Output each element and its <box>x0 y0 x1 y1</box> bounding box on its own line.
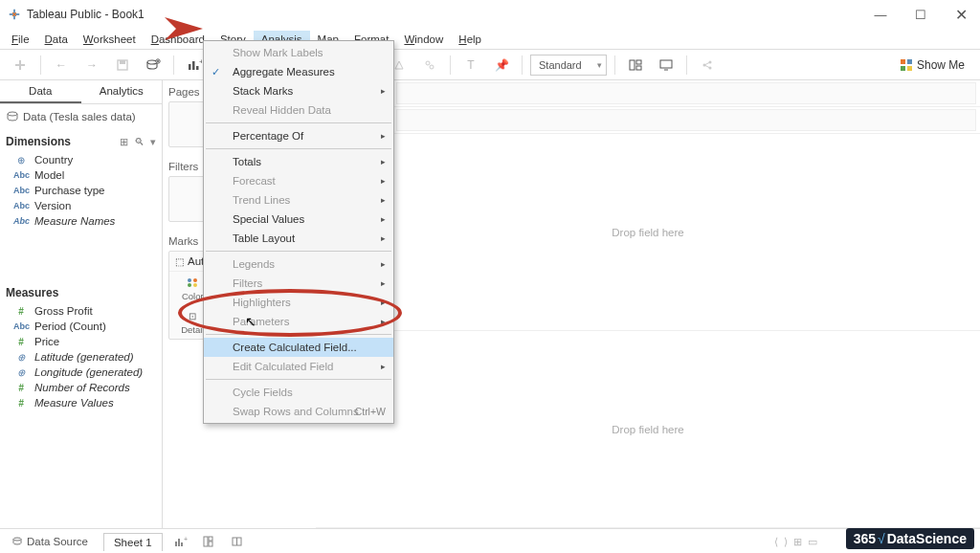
toolbar: ← → + ⇄ T 📌 Standard Show Me <box>0 50 980 80</box>
svg-marker-27 <box>395 61 403 69</box>
view-icon[interactable]: ⊞ <box>120 136 128 148</box>
svg-rect-31 <box>636 60 641 64</box>
show-me-button[interactable]: Show Me <box>892 56 972 74</box>
svg-rect-52 <box>181 542 183 546</box>
menu-item-filters: Filters <box>204 274 393 293</box>
detail-icon: ⊡ <box>185 309 200 322</box>
abc-icon: Abc <box>13 216 29 226</box>
svg-point-29 <box>430 65 434 69</box>
menu-item-table-layout[interactable]: Table Layout <box>204 229 393 248</box>
rows-shelf[interactable] <box>396 109 976 131</box>
presentation-button[interactable] <box>654 54 679 77</box>
new-dashboard-button[interactable] <box>199 533 220 550</box>
field-model[interactable]: AbcModel <box>6 167 156 183</box>
svg-point-44 <box>8 112 17 116</box>
menu-window[interactable]: Window <box>396 31 451 48</box>
tableau-icon[interactable] <box>8 54 33 77</box>
abc-icon: Abc <box>13 201 29 210</box>
menu-item-parameters: Parameters <box>204 312 393 331</box>
datasource-icon <box>6 111 19 122</box>
color-icon <box>185 276 200 289</box>
close-button[interactable]: ✕ <box>949 3 972 26</box>
field-measure-names[interactable]: AbcMeasure Names <box>6 213 156 229</box>
window-title: Tableau Public - Book1 <box>27 8 869 21</box>
new-sheet-button[interactable]: + <box>170 533 191 550</box>
labels-button[interactable]: T <box>458 54 483 77</box>
datasource-row[interactable]: Data (Tesla sales data) <box>6 108 156 125</box>
dimensions-header: Dimensions ⊞🔍︎▾ <box>6 135 156 148</box>
menu-item-percentage-of[interactable]: Percentage Of <box>204 126 393 145</box>
menu-item-swap-rows-and-columns: Swap Rows and ColumnsCtrl+W <box>204 402 393 421</box>
show-cards-button[interactable] <box>623 54 648 77</box>
new-datasource-button[interactable] <box>141 54 166 77</box>
save-button[interactable] <box>110 54 135 77</box>
datasource-tab[interactable]: Data Source <box>4 533 96 550</box>
svg-rect-42 <box>901 66 905 71</box>
hash-icon: # <box>13 306 29 317</box>
minimize-button[interactable]: — <box>869 3 892 26</box>
abc-icon: Abc <box>13 321 29 331</box>
svg-rect-13 <box>189 64 191 70</box>
menu-item-stack-marks[interactable]: Stack Marks <box>204 81 393 100</box>
svg-line-38 <box>705 62 709 64</box>
globe-icon: ⊕ <box>13 155 29 166</box>
field-price[interactable]: #Price <box>6 334 156 349</box>
forward-button[interactable]: → <box>79 54 104 77</box>
menu-item-reveal-hidden-data: Reveal Hidden Data <box>204 100 393 120</box>
back-button[interactable]: ← <box>49 54 74 77</box>
field-period-count-[interactable]: AbcPeriod (Count) <box>6 319 156 334</box>
menu-help[interactable]: Help <box>451 31 489 48</box>
tab-data[interactable]: Data <box>0 80 81 103</box>
field-version[interactable]: AbcVersion <box>6 198 156 213</box>
svg-rect-54 <box>204 537 208 546</box>
tab-analytics[interactable]: Analytics <box>81 80 163 103</box>
menu-file[interactable]: File <box>4 31 37 48</box>
field-number-of-records[interactable]: #Number of Records <box>6 380 156 395</box>
svg-rect-41 <box>907 59 912 64</box>
menu-worksheet[interactable]: Worksheet <box>76 31 144 48</box>
fit-dropdown[interactable]: Standard <box>530 55 607 76</box>
svg-rect-30 <box>630 60 635 70</box>
watermark: 365√DataScience <box>846 528 974 549</box>
share-button[interactable] <box>695 54 720 77</box>
search-icon[interactable]: 🔍︎ <box>134 136 145 148</box>
hash-icon: # <box>13 398 29 409</box>
field-latitude-generated-[interactable]: ⊕Latitude (generated) <box>6 349 156 365</box>
maximize-button[interactable]: ☐ <box>909 3 932 26</box>
field-purchase-type[interactable]: AbcPurchase type <box>6 183 156 198</box>
data-pane: Data Analytics Data (Tesla sales data) D… <box>0 80 163 528</box>
menu-item-cycle-fields: Cycle Fields <box>204 383 393 402</box>
menu-item-aggregate-measures[interactable]: ✓Aggregate Measures <box>204 62 393 81</box>
drop-zone-bottom[interactable]: Drop field here <box>316 331 980 528</box>
svg-rect-51 <box>178 539 180 546</box>
drop-zone-top[interactable]: Drop field here <box>316 134 980 331</box>
svg-rect-6 <box>15 64 25 66</box>
field-longitude-generated-[interactable]: ⊕Longitude (generated) <box>6 365 156 380</box>
svg-point-46 <box>193 278 197 282</box>
svg-rect-40 <box>901 59 905 64</box>
menu-data[interactable]: Data <box>37 31 76 48</box>
menu-item-totals[interactable]: Totals <box>204 152 393 171</box>
svg-rect-15 <box>196 66 199 70</box>
new-story-button[interactable] <box>228 533 249 550</box>
tableau-logo-icon <box>8 8 21 21</box>
sheet-tab[interactable]: Sheet 1 <box>103 533 163 551</box>
svg-point-48 <box>193 283 197 287</box>
menu-item-create-calculated-field[interactable]: Create Calculated Field... <box>204 338 393 357</box>
group-button[interactable] <box>417 54 442 77</box>
svg-rect-33 <box>660 60 672 68</box>
field-gross-profit[interactable]: #Gross Profit <box>6 303 156 319</box>
annotation-arrow-icon <box>165 17 203 40</box>
menu-item-special-values[interactable]: Special Values <box>204 210 393 229</box>
pin-button[interactable]: 📌 <box>489 54 514 77</box>
menu-item-forecast: Forecast <box>204 171 393 190</box>
svg-rect-43 <box>907 66 912 71</box>
titlebar: Tableau Public - Book1 — ☐ ✕ <box>0 0 980 29</box>
svg-rect-14 <box>192 61 195 70</box>
field-measure-values[interactable]: #Measure Values <box>6 395 156 410</box>
abc-icon: Abc <box>13 186 29 195</box>
columns-shelf[interactable] <box>396 82 976 104</box>
menu-icon[interactable]: ▾ <box>150 136 156 148</box>
menu-item-trend-lines: Trend Lines <box>204 190 393 210</box>
field-country[interactable]: ⊕Country <box>6 152 156 167</box>
